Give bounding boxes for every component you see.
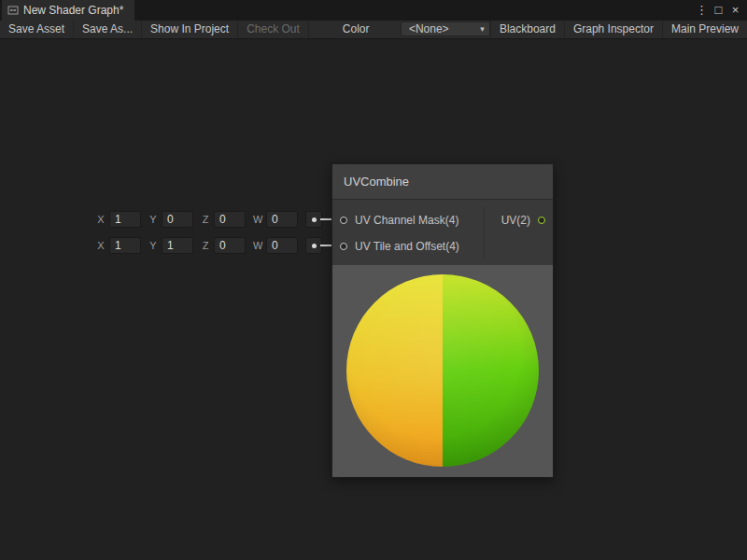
port-row-uv-output: UV(2) [485, 207, 553, 233]
output-port-uv[interactable] [538, 217, 545, 224]
port-label: UV Tile and Offset(4) [355, 240, 459, 253]
input-port-uv-channel-mask[interactable] [340, 217, 347, 224]
field-value-x[interactable]: 1 [109, 211, 141, 228]
color-mode-value: <None> [409, 22, 449, 35]
port-row-uv-channel-mask: UV Channel Mask(4) [332, 207, 484, 233]
connector-dot-icon [312, 217, 317, 222]
field-value-w[interactable]: 0 [266, 237, 298, 254]
sphere-shading [346, 274, 539, 467]
main-preview-toggle-button[interactable]: Main Preview [662, 21, 747, 38]
titlebar: New Shader Graph* ⋮ □ × [0, 0, 747, 21]
preview-sphere [346, 274, 539, 467]
color-mode-dropdown[interactable]: <None> ▾ [401, 21, 490, 36]
node-input-ports: UV Channel Mask(4) UV Tile and Offset(4) [332, 207, 484, 259]
save-as-button[interactable]: Save As... [74, 21, 142, 38]
field-value-z[interactable]: 0 [214, 237, 246, 254]
node-header[interactable]: UVCombine [332, 164, 553, 200]
save-asset-button[interactable]: Save Asset [0, 21, 74, 38]
color-mode-label: Color Mode [337, 21, 401, 38]
blackboard-toggle-button[interactable]: Blackboard [490, 21, 564, 38]
check-out-button: Check Out [238, 21, 309, 38]
toolbar-right-group: Blackboard Graph Inspector Main Preview [490, 21, 747, 38]
field-label-y: Y [148, 214, 158, 225]
kebab-menu-icon[interactable]: ⋮ [695, 0, 709, 21]
maximize-icon[interactable]: □ [712, 0, 726, 21]
tab-title: New Shader Graph* [23, 4, 123, 17]
port-row-uv-tile-offset: UV Tile and Offset(4) [332, 233, 484, 259]
field-value-z[interactable]: 0 [214, 211, 246, 228]
document-tab[interactable]: New Shader Graph* [2, 0, 134, 21]
toolbar: Save Asset Save As... Show In Project Ch… [0, 21, 747, 39]
node-output-ports: UV(2) [484, 207, 553, 259]
field-label-y: Y [148, 240, 158, 251]
field-label-z: Z [201, 240, 210, 251]
node-uvcombine[interactable]: UVCombine UV Channel Mask(4) UV Tile and… [331, 163, 554, 478]
window-controls: ⋮ □ × [695, 0, 747, 21]
graph-inspector-toggle-button[interactable]: Graph Inspector [564, 21, 662, 38]
show-in-project-button[interactable]: Show In Project [142, 21, 238, 38]
field-value-y[interactable]: 0 [162, 211, 193, 228]
connector-dot-icon [312, 244, 317, 248]
field-value-w[interactable]: 0 [266, 211, 298, 228]
graph-canvas[interactable]: X 1 Y 0 Z 0 W 0 X 1 Y 1 Z 0 W [0, 39, 747, 560]
vector4-input-row-2: X 1 Y 1 Z 0 W 0 [96, 236, 322, 255]
shader-graph-icon [7, 5, 19, 16]
field-label-z: Z [201, 214, 210, 225]
field-label-w: W [253, 240, 262, 251]
chevron-down-icon: ▾ [480, 24, 485, 34]
vector4-input-row-1: X 1 Y 0 Z 0 W 0 [96, 210, 322, 229]
field-label-x: X [96, 240, 106, 251]
node-preview [332, 265, 553, 477]
port-label: UV Channel Mask(4) [355, 214, 458, 227]
input-port-uv-tile-offset[interactable] [340, 243, 347, 250]
field-value-y[interactable]: 1 [162, 237, 193, 254]
node-title: UVCombine [344, 175, 409, 189]
node-body: UV Channel Mask(4) UV Tile and Offset(4)… [332, 200, 553, 265]
field-label-w: W [253, 214, 262, 225]
field-label-x: X [96, 214, 106, 225]
port-label: UV(2) [501, 214, 530, 227]
close-icon[interactable]: × [728, 0, 742, 21]
field-value-x[interactable]: 1 [109, 237, 141, 254]
